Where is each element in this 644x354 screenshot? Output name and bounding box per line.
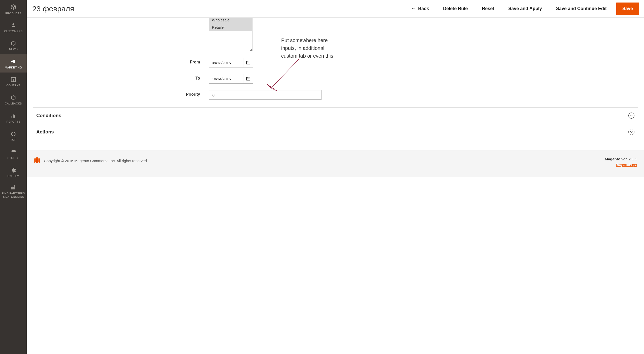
from-date-input[interactable] — [209, 59, 243, 67]
calendar-icon — [246, 76, 250, 82]
conditions-section-toggle[interactable]: Conditions — [33, 108, 638, 124]
sidebar-item-label: REPORTS — [6, 120, 20, 123]
gear-icon — [11, 167, 16, 173]
to-date-picker-button[interactable] — [243, 74, 253, 83]
sidebar-item-label: NEWS — [9, 48, 18, 51]
svg-rect-6 — [246, 61, 250, 64]
svg-rect-10 — [246, 77, 250, 80]
sidebar-item-customers[interactable]: CUSTOMERS — [0, 18, 27, 36]
main-region: 23 февраля ← Back Delete Rule Reset Save… — [27, 0, 644, 354]
admin-sidebar: PRODUCTS CUSTOMERS NEWS MARKETING CONTEN… — [0, 0, 27, 354]
back-button-label: Back — [418, 6, 429, 11]
conditions-section-title: Conditions — [36, 113, 61, 118]
to-date-input[interactable] — [209, 75, 243, 83]
hexagon-icon — [11, 41, 16, 46]
bar-chart-icon — [11, 113, 16, 119]
sidebar-item-stores[interactable]: STORES — [0, 145, 27, 163]
footer-version: ver. 2.1.1 — [620, 157, 637, 161]
select-option[interactable]: Retailer — [209, 24, 252, 31]
magento-logo-icon — [34, 157, 40, 164]
footer-brand: Magento — [605, 157, 620, 161]
hexagon-icon — [11, 95, 16, 100]
to-date-label: To — [33, 74, 209, 81]
calendar-icon — [246, 60, 250, 65]
sidebar-item-top[interactable]: TOP — [0, 127, 27, 145]
page-header: 23 февраля ← Back Delete Rule Reset Save… — [27, 0, 644, 18]
actions-section-toggle[interactable]: Actions — [33, 124, 638, 140]
sidebar-item-label: CUSTOMERS — [4, 30, 23, 33]
chevron-down-icon — [628, 113, 634, 119]
footer-copyright: Copyright © 2016 Magento Commerce Inc. A… — [44, 159, 148, 163]
arrow-left-icon: ← — [411, 6, 415, 11]
puzzle-icon — [10, 185, 16, 190]
priority-label: Priority — [33, 90, 209, 97]
sidebar-item-content[interactable]: CONTENT — [0, 73, 27, 91]
sidebar-item-system[interactable]: SYSTEM — [0, 163, 27, 181]
sidebar-item-label: MARKETING — [5, 66, 22, 69]
actions-section-title: Actions — [36, 129, 54, 135]
sidebar-item-news[interactable]: NEWS — [0, 36, 27, 54]
reset-button[interactable]: Reset — [477, 4, 499, 14]
chevron-down-icon — [628, 129, 634, 135]
report-bugs-link[interactable]: Report Bugs — [616, 163, 637, 167]
save-and-continue-button[interactable]: Save and Continue Edit — [552, 4, 611, 14]
page-footer: Copyright © 2016 Magento Commerce Inc. A… — [27, 150, 644, 177]
sidebar-item-products[interactable]: PRODUCTS — [0, 0, 27, 18]
sidebar-item-label: SYSTEM — [7, 174, 19, 178]
sidebar-item-label: CALLBACKS — [5, 102, 22, 105]
from-date-label: From — [33, 58, 209, 64]
svg-rect-4 — [13, 114, 14, 118]
sidebar-item-reports[interactable]: REPORTS — [0, 109, 27, 127]
delete-rule-button[interactable]: Delete Rule — [438, 4, 472, 14]
sidebar-item-label: FIND PARTNERS & EXTENSIONS — [2, 192, 25, 198]
sidebar-item-label: STORES — [8, 156, 19, 160]
sidebar-item-partners[interactable]: FIND PARTNERS & EXTENSIONS — [0, 181, 27, 201]
select-option[interactable]: Wholesale — [209, 18, 252, 24]
annotation-text: Put somewhere here inputs, in additional… — [281, 37, 333, 60]
priority-input[interactable] — [209, 90, 321, 100]
back-button[interactable]: ← Back — [406, 4, 433, 14]
sidebar-item-label: TOP — [10, 138, 16, 141]
customer-groups-select[interactable]: Wholesale Retailer — [209, 18, 252, 51]
person-icon — [11, 22, 16, 28]
layout-icon — [11, 77, 16, 82]
save-button[interactable]: Save — [616, 3, 639, 15]
sidebar-item-marketing[interactable]: MARKETING — [0, 54, 27, 73]
megaphone-icon — [10, 58, 16, 64]
sidebar-item-label: CONTENT — [6, 84, 20, 87]
store-icon — [10, 149, 16, 155]
cube-icon — [10, 4, 17, 10]
from-date-picker-button[interactable] — [243, 58, 253, 67]
save-and-apply-button[interactable]: Save and Apply — [504, 4, 546, 14]
form-content: Wholesale Retailer From — [27, 18, 644, 354]
sidebar-item-label: PRODUCTS — [5, 12, 21, 15]
sidebar-item-callbacks[interactable]: CALLBACKS — [0, 91, 27, 109]
svg-rect-5 — [14, 115, 15, 118]
page-title: 23 февраля — [32, 5, 74, 13]
svg-rect-3 — [12, 116, 12, 118]
hexagon-icon — [11, 131, 16, 137]
